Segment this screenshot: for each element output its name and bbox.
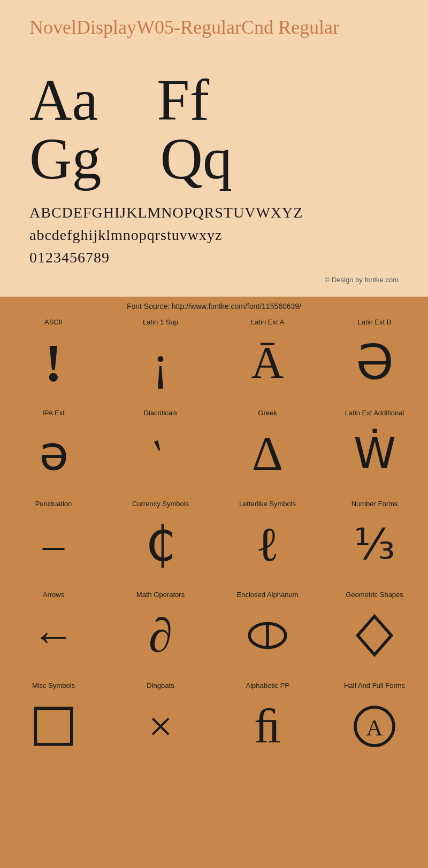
cell-glyph [29, 694, 78, 758]
glyph-cell: Latin Ext BƏ [321, 314, 428, 405]
glyph-cell: Geometric Shapes [321, 586, 428, 677]
cell-label: Latin 1 Sup [143, 318, 178, 326]
font-title: NovelDisplayW05-RegularCnd Regular [29, 16, 399, 38]
grid-section: ASCII!Latin 1 Sup¡Latin Ext AĀLatin Ext … [0, 314, 428, 768]
glyph-cell: Math Operators∂ [107, 586, 214, 677]
top-section: NovelDisplayW05-RegularCnd Regular Aa Ff… [0, 0, 428, 297]
svg-text:A: A [366, 715, 383, 740]
cell-glyph: ← [32, 603, 75, 668]
cell-glyph: ℓ [256, 512, 279, 577]
cell-label: Misc Symbols [32, 681, 75, 689]
source-line: Font Source: http://www.fontke.com/font/… [0, 297, 428, 314]
cell-glyph: ﬁ [254, 694, 281, 758]
cell-glyph: ! [44, 330, 62, 395]
cell-label: Arrows [43, 591, 64, 599]
large-glyph: a [342, 79, 404, 204]
digits: 0123456789 [29, 246, 399, 269]
cell-glyph: ₵ [146, 512, 176, 577]
svg-marker-2 [358, 616, 392, 655]
glyph-cell: Number Forms⅓ [321, 495, 428, 586]
copyright: © Design by fontke.com [29, 272, 399, 286]
glyph-cell: Alphabetic PFﬁ [214, 677, 321, 768]
cell-glyph: ' [146, 422, 175, 485]
glyph-cell: Latin Ext AĀ [214, 314, 321, 405]
cell-glyph: A [350, 694, 399, 758]
cell-glyph [350, 603, 399, 668]
glyph-cell: GreekΔ [214, 405, 321, 495]
glyph-showcase: Aa Ff Gg Qq a [29, 49, 399, 188]
cell-label: ASCII [44, 318, 63, 326]
cell-glyph [243, 603, 292, 668]
cell-glyph: × [148, 694, 172, 758]
glyph-cell: Diacriticals' [107, 405, 214, 495]
glyph-cell: Dingbats× [107, 677, 214, 768]
cell-label: Math Operators [136, 591, 185, 599]
glyph-cell: Arrows← [0, 586, 107, 677]
cell-glyph: ə [39, 421, 68, 486]
cell-label: Diacriticals [144, 409, 178, 417]
cell-label: Latin Ext B [358, 318, 392, 326]
cell-glyph: ∂ [149, 603, 172, 668]
cell-label: Latin Ext Additional [345, 409, 404, 417]
cell-label: Greek [258, 409, 277, 417]
glyph-cell: Letterlike Symbolsℓ [214, 495, 321, 586]
cell-label: IPA Ext [42, 409, 65, 417]
glyph-pair-af: Aa Ff [29, 71, 232, 129]
glyph-cell: Misc Symbols [0, 677, 107, 768]
cell-label: Latin Ext A [251, 318, 284, 326]
glyph-cell: Latin Ext AdditionalẆ [321, 405, 428, 495]
glyph-cell: ASCII! [0, 314, 107, 405]
cell-label: Number Forms [351, 500, 398, 508]
cell-glyph: – [43, 512, 64, 577]
cell-glyph: ⅓ [354, 512, 395, 577]
glyph-pair-gq: Gg Qq [29, 129, 232, 188]
glyph-cell: Punctuation– [0, 495, 107, 586]
cell-label: Enclosed Alphanum [237, 591, 299, 599]
cell-label: Letterlike Symbols [239, 500, 296, 508]
cell-label: Punctuation [35, 500, 72, 508]
glyph-cell: Currency Symbols₵ [107, 495, 214, 586]
cell-label: Dingbats [147, 681, 174, 689]
cell-label: Geometric Shapes [346, 591, 403, 599]
cell-glyph: Ẇ [354, 421, 396, 486]
cell-glyph: ¡ [152, 330, 169, 395]
cell-label: Half And Full Forms [344, 681, 405, 689]
glyph-cell: Half And Full Forms A [321, 677, 428, 768]
cell-label: Currency Symbols [132, 500, 189, 508]
cell-glyph: Ā [251, 330, 284, 395]
glyph-cell: Enclosed Alphanum [214, 586, 321, 677]
cell-label: Alphabetic PF [246, 681, 289, 689]
glyph-cell: IPA Extə [0, 405, 107, 495]
cell-glyph: Ə [356, 330, 394, 395]
cell-glyph: Δ [252, 421, 283, 486]
svg-rect-3 [35, 708, 72, 745]
alphabet-lower: abcdefghijklmnopqrstuvwxyz [29, 224, 399, 246]
glyph-grid: ASCII!Latin 1 Sup¡Latin Ext AĀLatin Ext … [0, 314, 428, 768]
glyph-cell: Latin 1 Sup¡ [107, 314, 214, 405]
